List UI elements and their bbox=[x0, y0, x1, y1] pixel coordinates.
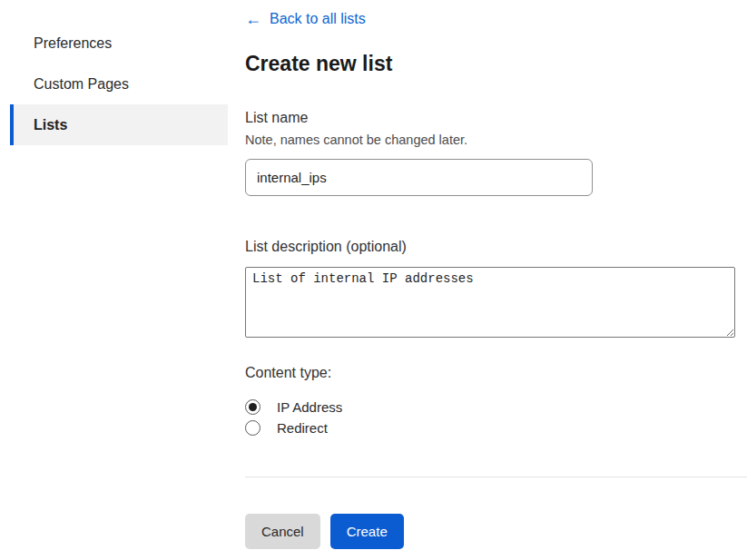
radio-label-ip-address[interactable]: IP Address bbox=[277, 399, 342, 415]
radio-button-ip-address[interactable] bbox=[245, 399, 260, 415]
back-link-label: Back to all lists bbox=[270, 11, 366, 27]
list-name-note: Note, names cannot be changed later. bbox=[245, 133, 747, 147]
radio-label-redirect[interactable]: Redirect bbox=[277, 420, 328, 436]
radio-button-redirect[interactable] bbox=[245, 420, 260, 436]
radio-option-ip-address[interactable]: IP Address bbox=[245, 397, 747, 418]
list-name-input[interactable] bbox=[245, 159, 593, 196]
back-to-all-lists-link[interactable]: ← Back to all lists bbox=[245, 11, 366, 27]
sidebar-item-custom-pages[interactable]: Custom Pages bbox=[10, 64, 228, 104]
content-type-label: Content type: bbox=[245, 365, 747, 381]
sidebar-item-preferences[interactable]: Preferences bbox=[10, 23, 228, 64]
create-list-panel: ← Back to all lists Create new list List… bbox=[245, 0, 747, 560]
page-title: Create new list bbox=[245, 52, 747, 76]
create-button[interactable]: Create bbox=[330, 514, 404, 549]
settings-sidebar: Preferences Custom Pages Lists bbox=[0, 0, 245, 560]
form-actions: Cancel Create bbox=[245, 514, 747, 549]
radio-option-redirect[interactable]: Redirect bbox=[245, 418, 747, 438]
section-divider bbox=[245, 476, 747, 477]
cancel-button[interactable]: Cancel bbox=[245, 514, 320, 549]
list-name-label: List name bbox=[245, 110, 747, 126]
list-description-label: List description (optional) bbox=[245, 239, 747, 255]
back-arrow-icon: ← bbox=[245, 11, 261, 27]
content-type-radio-group: IP Address Redirect bbox=[245, 397, 747, 438]
sidebar-item-lists[interactable]: Lists bbox=[10, 104, 228, 145]
list-description-textarea[interactable]: List of internal IP addresses bbox=[245, 267, 735, 338]
